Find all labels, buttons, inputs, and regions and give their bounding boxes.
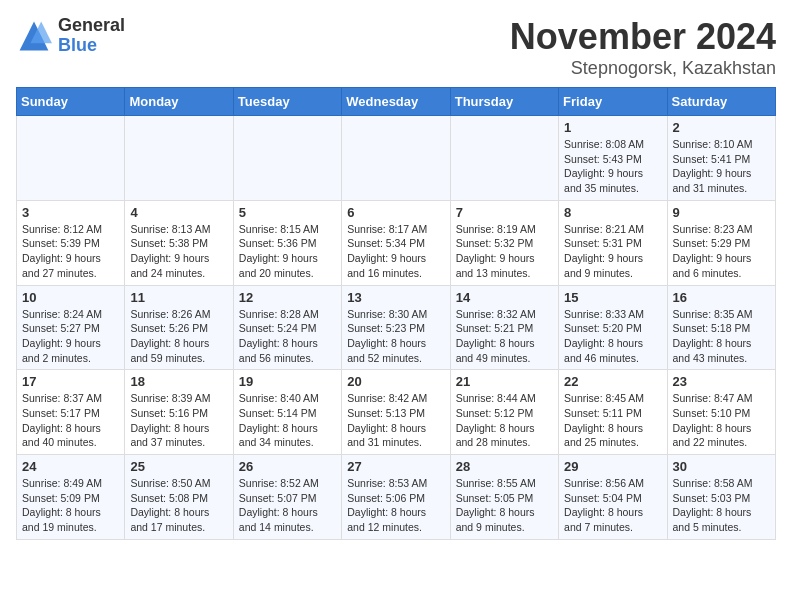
logo-icon (16, 18, 52, 54)
calendar-cell: 17Sunrise: 8:37 AMSunset: 5:17 PMDayligh… (17, 370, 125, 455)
day-info: Sunrise: 8:17 AMSunset: 5:34 PMDaylight:… (347, 222, 444, 281)
day-number: 12 (239, 290, 336, 305)
day-info: Sunrise: 8:35 AMSunset: 5:18 PMDaylight:… (673, 307, 770, 366)
day-number: 22 (564, 374, 661, 389)
logo-text: General Blue (58, 16, 125, 56)
calendar-week-row: 24Sunrise: 8:49 AMSunset: 5:09 PMDayligh… (17, 455, 776, 540)
day-info: Sunrise: 8:19 AMSunset: 5:32 PMDaylight:… (456, 222, 553, 281)
calendar-cell: 8Sunrise: 8:21 AMSunset: 5:31 PMDaylight… (559, 200, 667, 285)
calendar-cell: 11Sunrise: 8:26 AMSunset: 5:26 PMDayligh… (125, 285, 233, 370)
calendar-cell (17, 116, 125, 201)
calendar-header-cell: Friday (559, 88, 667, 116)
logo: General Blue (16, 16, 125, 56)
header: General Blue November 2024 Stepnogorsk, … (16, 16, 776, 79)
calendar-cell: 21Sunrise: 8:44 AMSunset: 5:12 PMDayligh… (450, 370, 558, 455)
calendar-table: SundayMondayTuesdayWednesdayThursdayFrid… (16, 87, 776, 540)
calendar-cell: 12Sunrise: 8:28 AMSunset: 5:24 PMDayligh… (233, 285, 341, 370)
calendar-cell (342, 116, 450, 201)
day-info: Sunrise: 8:56 AMSunset: 5:04 PMDaylight:… (564, 476, 661, 535)
day-number: 19 (239, 374, 336, 389)
calendar-cell: 22Sunrise: 8:45 AMSunset: 5:11 PMDayligh… (559, 370, 667, 455)
day-number: 13 (347, 290, 444, 305)
day-number: 7 (456, 205, 553, 220)
calendar-week-row: 17Sunrise: 8:37 AMSunset: 5:17 PMDayligh… (17, 370, 776, 455)
day-number: 26 (239, 459, 336, 474)
calendar-cell: 15Sunrise: 8:33 AMSunset: 5:20 PMDayligh… (559, 285, 667, 370)
calendar-cell: 25Sunrise: 8:50 AMSunset: 5:08 PMDayligh… (125, 455, 233, 540)
day-info: Sunrise: 8:28 AMSunset: 5:24 PMDaylight:… (239, 307, 336, 366)
calendar-week-row: 10Sunrise: 8:24 AMSunset: 5:27 PMDayligh… (17, 285, 776, 370)
day-info: Sunrise: 8:32 AMSunset: 5:21 PMDaylight:… (456, 307, 553, 366)
day-number: 27 (347, 459, 444, 474)
day-number: 28 (456, 459, 553, 474)
day-info: Sunrise: 8:55 AMSunset: 5:05 PMDaylight:… (456, 476, 553, 535)
day-number: 6 (347, 205, 444, 220)
day-info: Sunrise: 8:21 AMSunset: 5:31 PMDaylight:… (564, 222, 661, 281)
calendar-header-cell: Thursday (450, 88, 558, 116)
day-number: 5 (239, 205, 336, 220)
day-number: 23 (673, 374, 770, 389)
calendar-week-row: 1Sunrise: 8:08 AMSunset: 5:43 PMDaylight… (17, 116, 776, 201)
day-info: Sunrise: 8:08 AMSunset: 5:43 PMDaylight:… (564, 137, 661, 196)
calendar-cell: 7Sunrise: 8:19 AMSunset: 5:32 PMDaylight… (450, 200, 558, 285)
day-number: 8 (564, 205, 661, 220)
day-number: 29 (564, 459, 661, 474)
calendar-header-cell: Monday (125, 88, 233, 116)
calendar-cell: 24Sunrise: 8:49 AMSunset: 5:09 PMDayligh… (17, 455, 125, 540)
logo-general-label: General (58, 16, 125, 36)
calendar-cell (233, 116, 341, 201)
calendar-cell: 19Sunrise: 8:40 AMSunset: 5:14 PMDayligh… (233, 370, 341, 455)
day-info: Sunrise: 8:49 AMSunset: 5:09 PMDaylight:… (22, 476, 119, 535)
calendar-cell: 1Sunrise: 8:08 AMSunset: 5:43 PMDaylight… (559, 116, 667, 201)
day-info: Sunrise: 8:39 AMSunset: 5:16 PMDaylight:… (130, 391, 227, 450)
day-info: Sunrise: 8:47 AMSunset: 5:10 PMDaylight:… (673, 391, 770, 450)
day-number: 16 (673, 290, 770, 305)
calendar-cell: 27Sunrise: 8:53 AMSunset: 5:06 PMDayligh… (342, 455, 450, 540)
day-info: Sunrise: 8:26 AMSunset: 5:26 PMDaylight:… (130, 307, 227, 366)
calendar-cell: 5Sunrise: 8:15 AMSunset: 5:36 PMDaylight… (233, 200, 341, 285)
calendar-header-cell: Saturday (667, 88, 775, 116)
day-info: Sunrise: 8:30 AMSunset: 5:23 PMDaylight:… (347, 307, 444, 366)
calendar-cell: 28Sunrise: 8:55 AMSunset: 5:05 PMDayligh… (450, 455, 558, 540)
day-number: 15 (564, 290, 661, 305)
day-info: Sunrise: 8:37 AMSunset: 5:17 PMDaylight:… (22, 391, 119, 450)
day-info: Sunrise: 8:44 AMSunset: 5:12 PMDaylight:… (456, 391, 553, 450)
calendar-cell (125, 116, 233, 201)
calendar-cell: 26Sunrise: 8:52 AMSunset: 5:07 PMDayligh… (233, 455, 341, 540)
calendar-cell: 6Sunrise: 8:17 AMSunset: 5:34 PMDaylight… (342, 200, 450, 285)
day-info: Sunrise: 8:33 AMSunset: 5:20 PMDaylight:… (564, 307, 661, 366)
day-info: Sunrise: 8:24 AMSunset: 5:27 PMDaylight:… (22, 307, 119, 366)
day-info: Sunrise: 8:10 AMSunset: 5:41 PMDaylight:… (673, 137, 770, 196)
day-number: 10 (22, 290, 119, 305)
calendar-header-cell: Tuesday (233, 88, 341, 116)
calendar-cell (450, 116, 558, 201)
day-info: Sunrise: 8:58 AMSunset: 5:03 PMDaylight:… (673, 476, 770, 535)
calendar-cell: 23Sunrise: 8:47 AMSunset: 5:10 PMDayligh… (667, 370, 775, 455)
day-info: Sunrise: 8:12 AMSunset: 5:39 PMDaylight:… (22, 222, 119, 281)
logo-blue-label: Blue (58, 36, 125, 56)
day-number: 1 (564, 120, 661, 135)
day-number: 4 (130, 205, 227, 220)
day-info: Sunrise: 8:13 AMSunset: 5:38 PMDaylight:… (130, 222, 227, 281)
day-number: 18 (130, 374, 227, 389)
day-number: 25 (130, 459, 227, 474)
calendar-cell: 9Sunrise: 8:23 AMSunset: 5:29 PMDaylight… (667, 200, 775, 285)
day-info: Sunrise: 8:15 AMSunset: 5:36 PMDaylight:… (239, 222, 336, 281)
calendar-cell: 2Sunrise: 8:10 AMSunset: 5:41 PMDaylight… (667, 116, 775, 201)
calendar-cell: 16Sunrise: 8:35 AMSunset: 5:18 PMDayligh… (667, 285, 775, 370)
day-number: 20 (347, 374, 444, 389)
day-number: 9 (673, 205, 770, 220)
calendar-cell: 10Sunrise: 8:24 AMSunset: 5:27 PMDayligh… (17, 285, 125, 370)
day-number: 21 (456, 374, 553, 389)
day-info: Sunrise: 8:50 AMSunset: 5:08 PMDaylight:… (130, 476, 227, 535)
month-title: November 2024 (510, 16, 776, 58)
calendar-cell: 3Sunrise: 8:12 AMSunset: 5:39 PMDaylight… (17, 200, 125, 285)
calendar-cell: 18Sunrise: 8:39 AMSunset: 5:16 PMDayligh… (125, 370, 233, 455)
location-title: Stepnogorsk, Kazakhstan (510, 58, 776, 79)
day-info: Sunrise: 8:42 AMSunset: 5:13 PMDaylight:… (347, 391, 444, 450)
calendar-cell: 4Sunrise: 8:13 AMSunset: 5:38 PMDaylight… (125, 200, 233, 285)
day-number: 3 (22, 205, 119, 220)
day-info: Sunrise: 8:40 AMSunset: 5:14 PMDaylight:… (239, 391, 336, 450)
calendar-cell: 30Sunrise: 8:58 AMSunset: 5:03 PMDayligh… (667, 455, 775, 540)
day-number: 17 (22, 374, 119, 389)
